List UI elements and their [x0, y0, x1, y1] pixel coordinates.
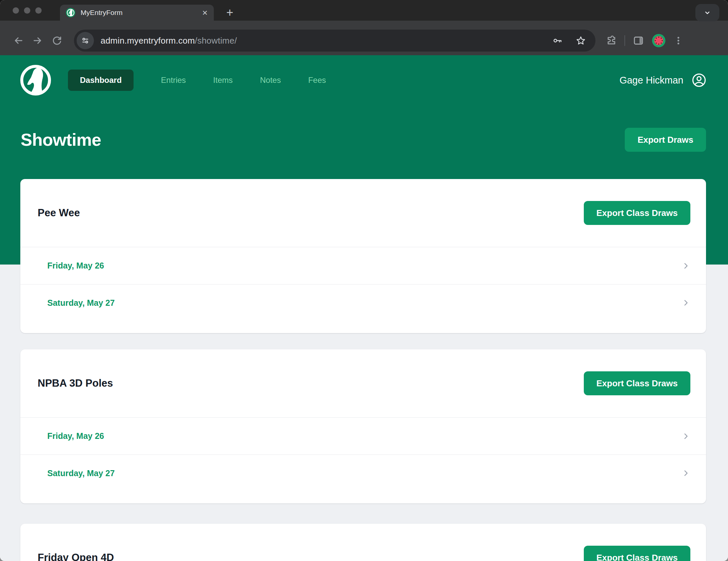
- new-tab-button[interactable]: +: [221, 5, 238, 21]
- key-icon: [552, 35, 563, 46]
- nav-item-dashboard[interactable]: Dashboard: [68, 70, 134, 91]
- export-class-draws-button[interactable]: Export Class Draws: [584, 201, 690, 225]
- site-settings-button[interactable]: [77, 32, 94, 49]
- url-bar[interactable]: admin.myentryform.com/showtime/: [74, 30, 595, 52]
- class-card-friday-open-4d: Friday Open 4D Export Class Draws: [20, 524, 706, 561]
- forward-arrow-icon: [32, 35, 43, 46]
- password-manager-button[interactable]: [552, 35, 563, 46]
- user-account-button[interactable]: [691, 73, 707, 88]
- page-header: Showtime Export Draws: [21, 128, 706, 152]
- user-circle-icon: [691, 73, 707, 88]
- page-content: Dashboard Entries Items Notes Fees Gage …: [0, 55, 728, 561]
- extensions-button[interactable]: [606, 35, 617, 46]
- toolbar-right-icons: [602, 34, 687, 48]
- horse-logo-favicon: [66, 8, 75, 17]
- draw-date-link[interactable]: Friday, May 26: [47, 431, 104, 441]
- chevron-down-icon: [702, 8, 712, 18]
- browser-toolbar: admin.myentryform.com/showtime/: [0, 21, 728, 55]
- url-domain: admin.myentryform.com: [101, 36, 195, 46]
- tab-strip: MyEntryForm ✕ +: [0, 0, 728, 21]
- reload-icon: [51, 35, 63, 46]
- card-title: Pee Wee: [38, 207, 80, 219]
- card-header: NPBA 3D Poles Export Class Draws: [20, 349, 706, 417]
- nav-item-fees[interactable]: Fees: [308, 76, 326, 85]
- window-close-button[interactable]: [13, 7, 19, 14]
- tune-icon: [81, 36, 90, 45]
- draw-date-row[interactable]: Friday, May 26: [20, 418, 706, 454]
- side-panel-button[interactable]: [632, 35, 644, 47]
- browser-tab[interactable]: MyEntryForm ✕: [60, 5, 214, 21]
- forward-button[interactable]: [28, 31, 47, 50]
- star-icon: [575, 35, 586, 46]
- draw-date-link[interactable]: Saturday, May 27: [47, 468, 115, 478]
- tab-close-icon[interactable]: ✕: [202, 9, 208, 16]
- kebab-menu-icon: [673, 35, 684, 46]
- class-card-npba-3d-poles: NPBA 3D Poles Export Class Draws Friday,…: [20, 349, 706, 503]
- toolbar-divider: [624, 35, 625, 46]
- card-title: NPBA 3D Poles: [38, 377, 113, 389]
- url-path: /showtime/: [195, 36, 237, 46]
- card-header: Pee Wee Export Class Draws: [20, 179, 706, 247]
- reload-button[interactable]: [47, 31, 67, 50]
- site-navbar: Dashboard Entries Items Notes Fees Gage …: [19, 64, 707, 97]
- export-class-draws-button[interactable]: Export Class Draws: [584, 371, 690, 395]
- draw-date-link[interactable]: Saturday, May 27: [47, 298, 115, 308]
- draw-date-list: Friday, May 26 Saturday, May 27: [20, 417, 706, 491]
- watermelon-avatar-icon: [652, 34, 666, 48]
- card-title: Friday Open 4D: [38, 552, 114, 561]
- window-zoom-button[interactable]: [35, 7, 42, 14]
- card-header: Friday Open 4D Export Class Draws: [20, 524, 706, 561]
- user-name: Gage Hickman: [619, 75, 683, 86]
- nav-item-items[interactable]: Items: [213, 76, 233, 85]
- profile-avatar[interactable]: [652, 34, 666, 48]
- chevron-right-icon: [681, 298, 690, 307]
- bookmark-button[interactable]: [575, 35, 586, 46]
- horse-logo[interactable]: [19, 64, 52, 97]
- nav-item-notes[interactable]: Notes: [260, 76, 281, 85]
- window-controls: [0, 7, 42, 14]
- chevron-right-icon: [681, 469, 690, 477]
- url-text: admin.myentryform.com/showtime/: [101, 36, 237, 46]
- draw-date-row[interactable]: Friday, May 26: [20, 247, 706, 284]
- export-draws-button[interactable]: Export Draws: [625, 128, 706, 152]
- draw-date-list: Friday, May 26 Saturday, May 27: [20, 247, 706, 321]
- draw-date-row[interactable]: Saturday, May 27: [20, 284, 706, 321]
- window-minimize-button[interactable]: [24, 7, 30, 14]
- export-class-draws-button[interactable]: Export Class Draws: [584, 546, 690, 561]
- chevron-right-icon: [681, 432, 690, 440]
- tab-title: MyEntryForm: [81, 9, 196, 17]
- nav-item-entries[interactable]: Entries: [161, 76, 186, 85]
- side-panel-icon: [632, 35, 644, 47]
- chevron-right-icon: [681, 262, 690, 270]
- extensions-puzzle-icon: [606, 35, 617, 46]
- back-arrow-icon: [13, 35, 24, 46]
- class-card-pee-wee: Pee Wee Export Class Draws Friday, May 2…: [20, 179, 706, 333]
- chrome-menu-button[interactable]: [673, 35, 684, 46]
- back-button[interactable]: [9, 31, 28, 50]
- page-title: Showtime: [21, 130, 101, 150]
- browser-window: MyEntryForm ✕ +: [0, 0, 728, 561]
- draw-date-row[interactable]: Saturday, May 27: [20, 454, 706, 491]
- tab-search-button[interactable]: [695, 4, 719, 21]
- draw-date-link[interactable]: Friday, May 26: [47, 261, 104, 271]
